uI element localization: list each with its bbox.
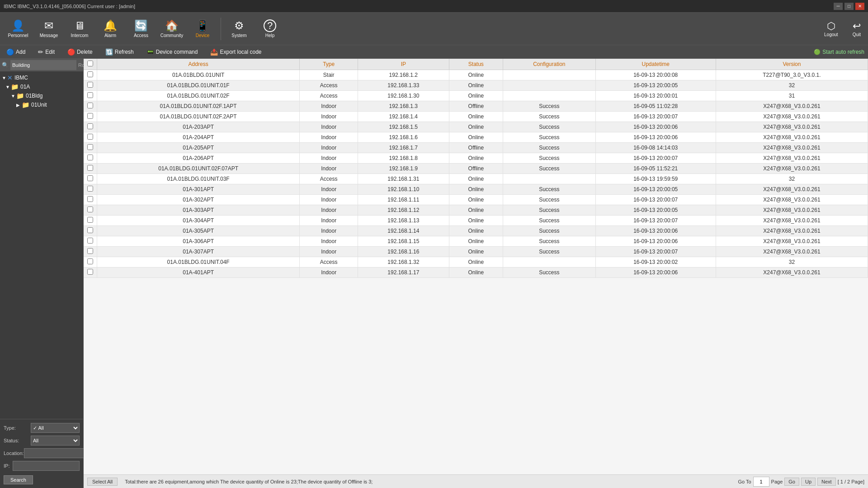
table-header-status[interactable]: Status: [449, 59, 503, 70]
table-row[interactable]: 01A-206APT Indoor 192.168.1.8 Online Suc…: [84, 153, 868, 164]
toolbar-item-system[interactable]: ⚙ System: [225, 14, 254, 43]
filter-ip-input[interactable]: [13, 461, 80, 471]
table-header-config[interactable]: Configuration: [503, 59, 595, 70]
row-type: Indoor: [300, 143, 358, 153]
table-row[interactable]: 01A-304APT Indoor 192.168.1.13 Online Su…: [84, 216, 868, 226]
table-row[interactable]: 01A-307APT Indoor 192.168.1.16 Online Su…: [84, 247, 868, 257]
row-checkbox[interactable]: [84, 112, 97, 122]
row-checkbox[interactable]: [84, 122, 97, 132]
filter-status-select[interactable]: All Online Offline: [31, 436, 80, 446]
table-header-version[interactable]: Version: [716, 59, 868, 70]
row-checkbox[interactable]: [84, 205, 97, 216]
refresh-label: Refresh: [115, 49, 134, 55]
toolbar-item-community[interactable]: 🏠 Community: [157, 14, 186, 43]
row-checkbox[interactable]: [84, 174, 97, 184]
edit-button[interactable]: ✏ Edit: [35, 47, 57, 56]
table-row[interactable]: 01A-203APT Indoor 192.168.1.5 Online Suc…: [84, 122, 868, 132]
quit-button[interactable]: ↩ Quit: [849, 19, 864, 39]
table-row[interactable]: 01A-302APT Indoor 192.168.1.11 Online Su…: [84, 195, 868, 205]
table-row[interactable]: 01A.01BLDG.01UNIT.04F Access 192.168.1.3…: [84, 257, 868, 267]
filter-ip-label: IP:: [4, 463, 13, 469]
maximize-button[interactable]: □: [844, 3, 854, 10]
refresh-button[interactable]: 🔃 Refresh: [103, 47, 137, 56]
export-button[interactable]: 📤 Export local code: [208, 47, 264, 56]
table-row[interactable]: 01A-305APT Indoor 192.168.1.14 Online Su…: [84, 226, 868, 236]
toolbar-item-personnel[interactable]: 👤 Personnel: [4, 14, 33, 43]
toolbar-item-device[interactable]: 📱 Device: [188, 14, 217, 43]
row-checkbox[interactable]: [84, 132, 97, 143]
sidebar-item-01a[interactable]: ▼ 📁 01A: [0, 82, 83, 91]
row-type: Stair: [300, 70, 358, 80]
table-header-address[interactable]: Address: [97, 59, 300, 70]
up-button[interactable]: Up: [801, 478, 816, 486]
row-checkbox[interactable]: [84, 80, 97, 91]
select-all-checkbox[interactable]: [87, 61, 93, 66]
row-checkbox[interactable]: [84, 195, 97, 205]
page-number-input[interactable]: [753, 477, 769, 487]
table-header-type[interactable]: Type: [300, 59, 358, 70]
minimize-button[interactable]: ─: [834, 3, 843, 10]
next-button[interactable]: Next: [817, 478, 836, 486]
table-row[interactable]: 01A.01BLDG.01UNIT.03F Access 192.168.1.3…: [84, 174, 868, 184]
table-row[interactable]: 01A.01BLDG.01UNIT.02F.1APT Indoor 192.16…: [84, 101, 868, 112]
toolbar-alarm-label: Alarm: [104, 33, 116, 38]
filter-ip-row: IP:: [4, 461, 80, 471]
table-row[interactable]: 01A.01BLDG.01UNIT.01F Access 192.168.1.3…: [84, 80, 868, 91]
table-row[interactable]: 01A-401APT Indoor 192.168.1.17 Online Su…: [84, 267, 868, 278]
table-row[interactable]: 01A.01BLDG.01UNIT Stair 192.168.1.2 Onli…: [84, 70, 868, 80]
row-checkbox[interactable]: [84, 247, 97, 257]
table-header-updatetime[interactable]: Updatetime: [595, 59, 716, 70]
sidebar-item-01bldg[interactable]: ▼ 📁 01Bldg: [0, 91, 83, 100]
table-header-checkbox[interactable]: [84, 59, 97, 70]
row-checkbox[interactable]: [84, 153, 97, 164]
toolbar-item-alarm[interactable]: 🔔 Alarm: [96, 14, 125, 43]
sidebar-item-ibmc[interactable]: ▼ ✕ IBMC: [0, 73, 83, 82]
row-address: 01A-301APT: [97, 184, 300, 195]
toolbar-item-help[interactable]: ? Help: [255, 14, 284, 43]
row-status: Online: [449, 236, 503, 247]
close-button[interactable]: ✕: [855, 3, 864, 10]
row-checkbox[interactable]: [84, 216, 97, 226]
row-checkbox[interactable]: [84, 101, 97, 112]
table-row[interactable]: 01A.01BLDG.01UNIT.02F Access 192.168.1.3…: [84, 91, 868, 101]
device-command-button[interactable]: 📟 Device command: [144, 47, 201, 56]
row-checkbox[interactable]: [84, 91, 97, 101]
filter-search-button[interactable]: Search: [4, 475, 33, 484]
toolbar-access-label: Access: [134, 33, 148, 38]
table-row[interactable]: 01A-205APT Indoor 192.168.1.7 Offline Su…: [84, 143, 868, 153]
row-checkbox[interactable]: [84, 143, 97, 153]
toolbar-item-message[interactable]: ✉ Message: [34, 14, 63, 43]
table-row[interactable]: 01A-303APT Indoor 192.168.1.12 Online Su…: [84, 205, 868, 216]
add-button[interactable]: 🔵 Add: [4, 47, 28, 56]
sidebar-item-01unit[interactable]: ▶ 📁 01Unit: [0, 100, 83, 109]
table-row[interactable]: 01A-306APT Indoor 192.168.1.15 Online Su…: [84, 236, 868, 247]
row-checkbox[interactable]: [84, 226, 97, 236]
table-row[interactable]: 01A-204APT Indoor 192.168.1.6 Online Suc…: [84, 132, 868, 143]
row-address: 01A.01BLDG.01UNIT.01F: [97, 80, 300, 91]
select-all-button[interactable]: Select All: [87, 478, 118, 486]
row-checkbox[interactable]: [84, 184, 97, 195]
row-status: Online: [449, 91, 503, 101]
row-checkbox[interactable]: [84, 267, 97, 278]
sidebar-search-input[interactable]: [10, 60, 76, 70]
row-config: Success: [503, 101, 595, 112]
row-updatetime: 16-09-13 20:00:06: [595, 236, 716, 247]
toolbar-item-access[interactable]: 🔄 Access: [127, 14, 156, 43]
delete-button[interactable]: 🔴 Delete: [65, 47, 95, 56]
row-checkbox[interactable]: [84, 236, 97, 247]
goto-label: Go To: [738, 479, 751, 484]
filter-location-input[interactable]: [24, 448, 91, 458]
filter-type-select[interactable]: ✓ All Indoor Access Stair: [31, 423, 80, 433]
table-header-ip[interactable]: IP: [358, 59, 449, 70]
table-row[interactable]: 01A-301APT Indoor 192.168.1.10 Online Su…: [84, 184, 868, 195]
table-row[interactable]: 01A.01BLDG.01UNIT.02F.07APT Indoor 192.1…: [84, 164, 868, 174]
row-checkbox[interactable]: [84, 70, 97, 80]
toolbar-item-intercom[interactable]: 🖥 Intercom: [65, 14, 94, 43]
go-button[interactable]: Go: [784, 478, 799, 486]
row-updatetime: 16-09-13 20:00:07: [595, 195, 716, 205]
table-row[interactable]: 01A.01BLDG.01UNIT.02F.2APT Indoor 192.16…: [84, 112, 868, 122]
auto-refresh-button[interactable]: 🟢 Start auto refresh: [814, 49, 864, 55]
row-checkbox[interactable]: [84, 257, 97, 267]
row-checkbox[interactable]: [84, 164, 97, 174]
logout-button[interactable]: ⬡ Logout: [821, 19, 842, 39]
